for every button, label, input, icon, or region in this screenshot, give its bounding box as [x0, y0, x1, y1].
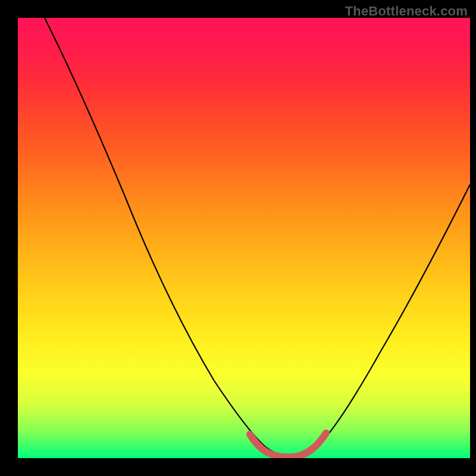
chart-frame: TheBottleneck.com — [0, 0, 476, 476]
plot-area — [18, 18, 470, 458]
watermark-text: TheBottleneck.com — [345, 4, 468, 19]
curve-layer — [18, 18, 470, 458]
optimal-zone-highlight — [250, 433, 326, 457]
bottleneck-curve — [45, 18, 470, 456]
